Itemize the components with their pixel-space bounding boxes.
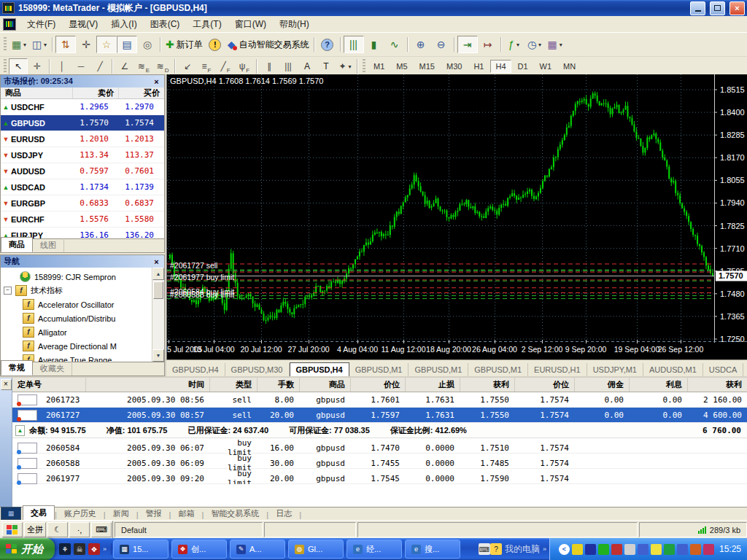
dropdown-arrow-icon[interactable]: ▾ (560, 42, 562, 48)
terminal-col-0[interactable]: 定单号 (12, 378, 85, 392)
dropdown-arrow-icon[interactable]: ▾ (23, 42, 26, 48)
quick-launch-icon-1[interactable]: ⚘ (59, 543, 71, 555)
collapse-icon[interactable]: − (4, 287, 12, 295)
chart-bars-button[interactable]: ||| (344, 36, 364, 53)
pending-order-row-2061977[interactable]: 20619772005.09.30 09:20buy limit20.00gbp… (12, 469, 747, 484)
market-watch-row-eurgbp[interactable]: ▼EURGBP0.68330.6837 (1, 195, 164, 211)
trend-by-angle-button[interactable]: ∠ (115, 58, 134, 74)
cursor-button[interactable]: ↖ (9, 58, 28, 74)
timeframe-h4-button[interactable]: H4 (490, 60, 511, 73)
navigator-toggle-button[interactable]: ☆ (96, 36, 117, 53)
tray-icon-6[interactable] (651, 544, 662, 555)
terminal-tab-智能交易系统[interactable]: 智能交易系统 (204, 507, 266, 521)
auto-scroll-button[interactable]: ⇥ (457, 36, 478, 53)
chart-tab-4[interactable]: GBPUSD,M1 (409, 363, 468, 376)
chart-tab-2[interactable]: GBPUSD,H4 (290, 362, 349, 377)
zoom-out-button[interactable]: ⊖ (431, 36, 452, 53)
dropdown-arrow-icon[interactable]: ▾ (538, 42, 541, 48)
periods-button[interactable]: ◷▾ (525, 36, 545, 53)
menu-item-2[interactable]: 插入(I) (104, 16, 143, 33)
navigator-indicator-item[interactable]: fAlligator (1, 325, 152, 339)
tray-collapse-icon[interactable]: < (559, 544, 570, 555)
terminal-drag-strip[interactable]: × (0, 378, 12, 508)
trendline-button[interactable]: ╱ (90, 58, 109, 74)
navigator-indicators-group[interactable]: −f技术指标 (1, 284, 152, 298)
chart-tab-7[interactable]: USDJPY,M1 (587, 363, 643, 376)
timeframe-d1-button[interactable]: D1 (513, 60, 533, 73)
terminal-col-5[interactable]: 价位 (350, 378, 405, 392)
timeframe-m15-button[interactable]: M15 (414, 60, 440, 73)
arrows-button[interactable]: ✦▾ (336, 58, 355, 74)
quick-launch-icon-3[interactable]: ❖ (88, 543, 100, 555)
market-watch-row-audusd[interactable]: ▼AUDUSD0.75970.7601 (1, 163, 164, 179)
menu-item-1[interactable]: 显视(V) (62, 16, 104, 33)
navigator-scrollbar[interactable]: ▲ ▼ (152, 268, 164, 362)
timeframe-m1-button[interactable]: M1 (368, 60, 390, 73)
timeframe-m30-button[interactable]: M30 (441, 60, 467, 73)
terminal-col-9[interactable]: 佣金 (574, 378, 629, 392)
chart-tab-8[interactable]: AUDUSD,M1 (643, 363, 703, 376)
chart-tab-0[interactable]: GBPUSD,H4 (166, 363, 225, 376)
tray-icon-3[interactable] (611, 544, 622, 555)
market-watch-row-gbpusd[interactable]: ▲GBPUSD1.75701.7574 (1, 115, 164, 131)
terminal-tab-账户历史[interactable]: 账户历史 (57, 507, 104, 521)
tray-icon-0[interactable] (572, 544, 583, 555)
dropdown-arrow-icon[interactable]: ▾ (44, 42, 47, 48)
expert-advisors-button[interactable]: ! (205, 36, 225, 53)
menu-item-4[interactable]: 工具(T) (186, 16, 228, 33)
tray-icon-10[interactable] (703, 544, 714, 555)
terminal-col-10[interactable]: 利息 (629, 378, 687, 392)
terminal-col-2[interactable]: 类型 (209, 378, 257, 392)
taskbar-task-4[interactable]: e经... (347, 540, 402, 559)
navigator-tab-收藏夹[interactable]: 收藏夹 (33, 362, 72, 376)
terminal-col-8[interactable]: 价位 (514, 378, 574, 392)
navigator-indicator-item[interactable]: fAverage Directional M (1, 339, 152, 353)
market-watch-tab-线图[interactable]: 线图 (33, 238, 64, 252)
zoom-in-button[interactable]: ⊕ (411, 36, 431, 53)
navigator-indicator-item[interactable]: fAccelerator Oscillator (1, 298, 152, 311)
ime-mode-button[interactable]: 全拼 (24, 522, 46, 537)
terminal-col-11[interactable]: 获利 (687, 378, 747, 392)
stddev-channel-button[interactable]: ≋D (153, 58, 172, 74)
market-watch-row-eurchf[interactable]: ▼EURCHF1.55761.5580 (1, 211, 164, 228)
dropdown-arrow-icon[interactable]: ▾ (516, 42, 519, 48)
gann-line-button[interactable]: ↙ (178, 58, 197, 74)
pending-order-row-2060584[interactable]: 20605842005.09.30 06:07buy limit16.00gbp… (12, 438, 747, 454)
quick-launch-icon-2[interactable]: ☠ (74, 543, 85, 555)
new-chart-button[interactable]: ▦▾ (9, 36, 29, 53)
equidistant-channel-button[interactable]: ≋E (134, 58, 153, 74)
taskbar-task-3[interactable]: ◍Gl... (288, 540, 344, 559)
chart-tab-9[interactable]: USDCA (703, 363, 744, 376)
chart-tab-3[interactable]: GBPUSD,M1 (349, 363, 409, 376)
timeframe-mn-button[interactable]: MN (558, 60, 581, 73)
terminal-tab-新闻[interactable]: 新闻 (106, 507, 136, 521)
navigator-indicator-item[interactable]: fAccumulation/Distribu (1, 311, 152, 325)
vertical-line-button[interactable]: │ (53, 58, 71, 74)
crosshair-button[interactable]: ✛ (28, 58, 47, 74)
profiles-button[interactable]: ◫▾ (29, 36, 50, 53)
chart-tab-6[interactable]: EURUSD,H1 (528, 363, 587, 376)
chart-line-button[interactable]: ∿ (384, 36, 405, 53)
chart-tab-1[interactable]: GBPUSD,M30 (225, 363, 290, 376)
help-tray-button[interactable]: ? (490, 543, 502, 555)
chart-tab-5[interactable]: GBPUSD,M1 (468, 363, 528, 376)
price-chart[interactable]: #2061727 sell#2061977 buy limit#2060584 … (166, 74, 747, 359)
terminal-tab-交易[interactable]: 交易 (23, 505, 55, 521)
taskbar-task-5[interactable]: e搜... (405, 540, 460, 559)
terminal-tab-警报[interactable]: 警报 (139, 507, 169, 521)
terminal-tab-邮箱[interactable]: 邮箱 (171, 507, 201, 521)
fibo-fan-button[interactable]: ╱F (216, 58, 235, 74)
fibo-expansion-button[interactable]: ψF (235, 58, 254, 74)
terminal-col-4[interactable]: 商品 (299, 378, 350, 392)
parallel-lines-button[interactable]: ∥ (260, 58, 279, 74)
terminal-col-6[interactable]: 止损 (405, 378, 460, 392)
timeframe-m5-button[interactable]: M5 (391, 60, 412, 73)
punctuation-icon[interactable]: ·, (69, 522, 90, 537)
help-button[interactable]: ? (317, 36, 338, 53)
dropdown-arrow-icon[interactable]: ▾ (349, 63, 352, 70)
navigator-tab-常规[interactable]: 常规 (1, 360, 33, 376)
tray-icon-8[interactable] (677, 544, 688, 555)
tray-icon-2[interactable] (598, 544, 609, 555)
tray-icon-7[interactable] (664, 544, 675, 555)
scroll-down-icon[interactable]: ▼ (152, 349, 164, 362)
